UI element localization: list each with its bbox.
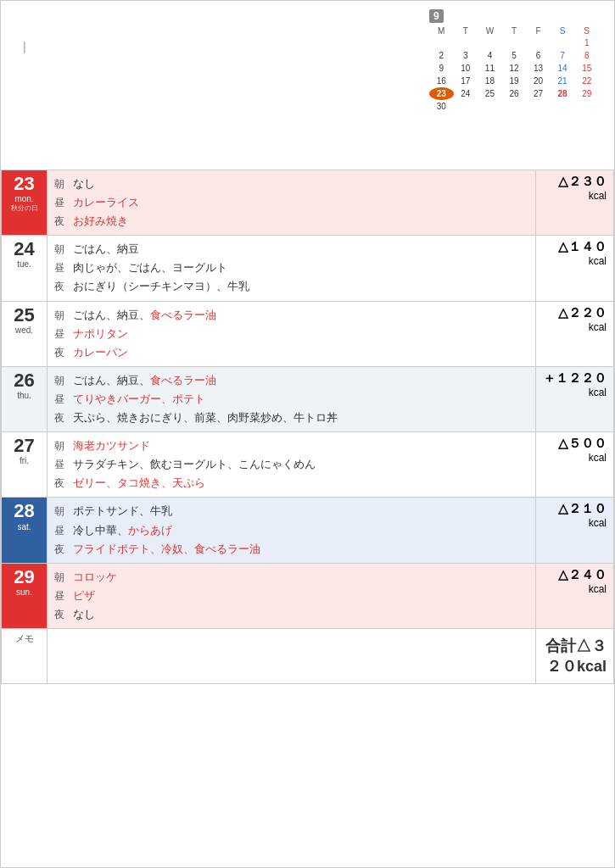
content-cell-26: 朝ごはん、納豆、食べるラー油昼てりやきバーガー、ポテト夜天ぷら、焼きおにぎり、前… [48, 366, 536, 431]
mini-cal-day: 18 [478, 75, 502, 87]
mini-cal-day: 21 [551, 75, 575, 87]
mini-cal-day-header: S [551, 25, 575, 36]
meal-row: 夜おにぎり（シーチキンマヨ）、牛乳 [54, 277, 528, 296]
date-number: 28 [3, 501, 45, 521]
mini-cal-header: 9 [429, 9, 599, 23]
mini-cal-day: 17 [454, 75, 478, 87]
date-number: 25 [3, 305, 45, 326]
meal-text: フライドポテト、冷奴、食べるラー油 [73, 540, 260, 559]
meal-row: 昼サラダチキン、飲むヨーグルト、こんにゃくめん [54, 455, 528, 474]
mini-cal-day: 26 [502, 87, 527, 100]
mini-cal-day: 1 [574, 36, 599, 49]
meal-row: 朝なし [54, 175, 528, 193]
mini-cal-day [551, 100, 575, 113]
mini-cal-day: 22 [574, 75, 599, 87]
meal-row: 朝ごはん、納豆、食べるラー油 [54, 371, 528, 390]
kcal-unit: kcal [543, 387, 607, 398]
meal-row: 夜フライドポテト、冷奴、食べるラー油 [54, 540, 528, 559]
kcal-unit: kcal [543, 583, 607, 595]
date-day: sun. [3, 587, 45, 597]
meal-label: 夜 [54, 213, 70, 230]
meal-text: 肉じゃが、ごはん、ヨーグルト [73, 259, 227, 277]
meal-text: おにぎり（シーチキンマヨ）、牛乳 [73, 277, 249, 296]
mini-cal-day: 4 [478, 49, 502, 62]
mini-cal-day [526, 100, 551, 113]
kcal-cell-23: △２３０kcal [536, 170, 614, 236]
kcal-value: △２４０ [543, 567, 607, 583]
table-row: 27fri.朝海老カツサンド昼サラダチキン、飲むヨーグルト、こんにゃくめん夜ゼリ… [2, 432, 614, 498]
mini-cal-day [429, 36, 454, 49]
meal-text: ピザ [73, 587, 95, 605]
meal-label: 朝 [54, 503, 70, 520]
content-cell-28: 朝ポテトサンド、牛乳昼冷し中華、からあげ夜フライドポテト、冷奴、食べるラー油 [48, 498, 536, 563]
kcal-unit: kcal [543, 255, 607, 267]
kcal-unit: kcal [543, 517, 607, 529]
date-day: thu. [3, 391, 45, 400]
mini-cal-grid: 1234567891011121314151617181920212223242… [429, 36, 599, 113]
meal-row: 朝ごはん、納豆、食べるラー油 [54, 306, 528, 325]
meal-label: 朝 [54, 241, 70, 258]
mini-cal-day: 19 [502, 75, 527, 87]
meal-label: 朝 [54, 437, 70, 454]
mini-cal-day: 10 [454, 62, 478, 75]
memo-content-cell [48, 628, 536, 683]
kcal-cell-29: △２４０kcal [536, 563, 614, 628]
meal-text: 天ぷら、焼きおにぎり、前菜、肉野菜炒め、牛トロ丼 [73, 409, 338, 427]
mini-cal-day: 11 [478, 62, 502, 75]
mini-cal-day: 16 [429, 75, 454, 87]
mini-cal-day-header: T [502, 25, 527, 36]
mini-cal-day: 28 [551, 87, 575, 100]
date-cell-28: 28sat. [2, 498, 48, 563]
date-cell-29: 29sun. [2, 563, 48, 628]
date-cell-24: 24tue. [2, 236, 48, 301]
date-cell-26: 26thu. [2, 366, 48, 431]
kcal-value: △２３０ [543, 174, 607, 190]
date-day: tue. [3, 259, 45, 269]
memo-label-cell: メモ [2, 628, 48, 683]
meal-text: なし [73, 175, 95, 193]
meal-label: 夜 [54, 278, 70, 295]
mini-cal-day: 12 [502, 62, 527, 75]
meal-row: 夜天ぷら、焼きおにぎり、前菜、肉野菜炒め、牛トロ丼 [54, 409, 528, 427]
date-number: 27 [3, 436, 45, 456]
table-row: 29sun.朝コロッケ昼ピザ夜なし△２４０kcal [2, 563, 614, 628]
mini-cal-day-header: F [526, 25, 551, 36]
mini-cal-day-header: W [478, 25, 502, 36]
meal-text: ナポリタン [73, 325, 128, 343]
date-number: 26 [3, 370, 45, 391]
mini-cal-day: 20 [526, 75, 551, 87]
meal-row: 夜カレーパン [54, 343, 528, 362]
mini-cal-day [454, 36, 478, 49]
total-cell: 合計△３２０kcal [536, 628, 614, 683]
kcal-unit: kcal [543, 452, 607, 464]
page: | 9MTWTFSS123456789101112131415161718192… [0, 0, 615, 868]
memo-row: メモ合計△３２０kcal [2, 628, 614, 683]
date-cell-25: 25wed. [2, 301, 48, 366]
date-number: 23 [3, 174, 45, 194]
mini-cal-day: 8 [574, 49, 599, 62]
kcal-cell-25: △２２０kcal [536, 301, 614, 366]
kcal-cell-24: △１４０kcal [536, 236, 614, 301]
mini-cal-day: 30 [429, 100, 454, 113]
meal-label: 昼 [54, 326, 70, 342]
meal-row: 昼ナポリタン [54, 325, 528, 343]
mini-cal-day [526, 36, 551, 49]
content-cell-24: 朝ごはん、納豆昼肉じゃが、ごはん、ヨーグルト夜おにぎり（シーチキンマヨ）、牛乳 [48, 236, 536, 301]
meal-label: 夜 [54, 344, 70, 361]
meal-row: 昼肉じゃが、ごはん、ヨーグルト [54, 259, 528, 277]
table-row: 26thu.朝ごはん、納豆、食べるラー油昼てりやきバーガー、ポテト夜天ぷら、焼き… [2, 366, 614, 431]
meal-label: 朝 [54, 372, 70, 389]
kcal-cell-27: △５００kcal [536, 432, 614, 498]
mini-cal-day: 23 [429, 87, 454, 100]
content-cell-29: 朝コロッケ昼ピザ夜なし [48, 563, 536, 628]
kcal-unit: kcal [543, 190, 607, 202]
kcal-value: △１４０ [543, 239, 607, 255]
mini-cal-day: 27 [526, 87, 551, 100]
mini-cal-day [478, 36, 502, 49]
mini-cal-day [551, 36, 575, 49]
date-note: 秋分の日 [3, 203, 45, 213]
meal-row: 夜お好み焼き [54, 212, 528, 231]
date-cell-23: 23mon.秋分の日 [2, 170, 48, 236]
mini-cal-day [478, 100, 502, 113]
meal-label: 昼 [54, 391, 70, 408]
